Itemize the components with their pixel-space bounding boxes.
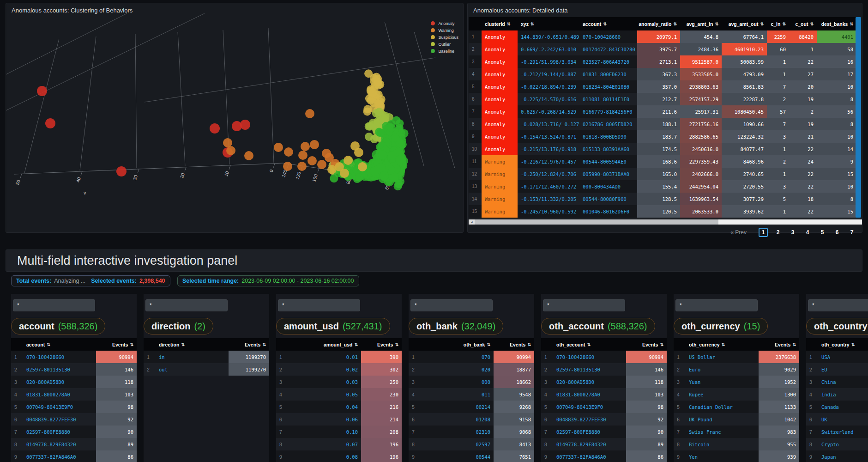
page-button-7[interactable]: 7: [847, 228, 856, 237]
account-link[interactable]: 018234-804E01080: [579, 80, 637, 93]
field-value-link[interactable]: 02310: [421, 426, 494, 438]
field-value-link[interactable]: in: [156, 351, 229, 363]
xyz-cell[interactable]: -0.250/12.824/0.706: [518, 168, 579, 180]
field-value-link[interactable]: 000: [421, 376, 494, 388]
account-link[interactable]: 001046-80162D6F0: [579, 205, 637, 218]
field-value-link[interactable]: 020: [421, 363, 494, 376]
field-value-link[interactable]: 02597-801135130: [553, 363, 626, 376]
field-value-link[interactable]: 007049-80413E9F0: [23, 401, 96, 413]
field-value-link[interactable]: 0077337-82FA846A0: [23, 450, 96, 462]
scatter3d-chart[interactable]: 504030201001401201008060v: [6, 13, 464, 231]
field-title-badge[interactable]: amount_usd(527,431): [276, 318, 390, 334]
horizontal-scroll-thumb[interactable]: [475, 219, 718, 225]
field-value-link[interactable]: 02597: [421, 438, 494, 450]
field-value-link[interactable]: Switzerland: [818, 426, 868, 438]
account-link[interactable]: 015133-80391AA60: [579, 143, 637, 155]
field-title-badge[interactable]: account(588,326): [11, 318, 105, 334]
column-header-dest_banks[interactable]: dest_banks⇅: [817, 17, 856, 30]
account-link[interactable]: 0166779-8184256F0: [579, 105, 637, 118]
field-value-link[interactable]: 0.04: [288, 401, 361, 413]
page-button-2[interactable]: 2: [773, 228, 783, 237]
horizontal-scrollbar[interactable]: ◂: [469, 219, 862, 225]
account-link[interactable]: 023527-806A43720: [579, 55, 637, 68]
field-value-link[interactable]: Canada: [818, 401, 868, 413]
column-header-account[interactable]: account⇅: [23, 338, 96, 351]
field-value-link[interactable]: 070-100428660: [23, 351, 96, 363]
field-value-link[interactable]: UK Pound: [686, 413, 759, 426]
page-button-5[interactable]: 5: [818, 228, 827, 237]
field-value-link[interactable]: 02597-801135130: [23, 363, 96, 376]
account-link[interactable]: 011081-80114E1F0: [579, 93, 637, 105]
field-value-link[interactable]: China: [818, 376, 868, 388]
column-header-events[interactable]: Events⇅: [626, 338, 667, 351]
field-value-link[interactable]: 00544: [421, 450, 494, 462]
column-header-oth_bank[interactable]: oth_bank⇅: [421, 338, 494, 351]
field-value-link[interactable]: Japan: [818, 450, 868, 462]
xyz-cell[interactable]: -0.022/18.894/0.239: [518, 80, 579, 93]
column-header-anomaly_ratio[interactable]: anomaly_ratio⇅: [637, 17, 680, 30]
page-button-1[interactable]: 1: [759, 228, 768, 237]
xyz-cell[interactable]: -0.215/13.176/0.918: [518, 143, 579, 155]
column-header-c_in[interactable]: c_in⇅: [767, 17, 789, 30]
column-header-avg_amt_in[interactable]: avg_amt_in⇅: [680, 17, 722, 30]
field-search-input-oth_account[interactable]: [543, 299, 625, 311]
xyz-cell[interactable]: -0.153/11.332/0.205: [518, 193, 579, 205]
column-header-events[interactable]: Events⇅: [96, 338, 137, 351]
xyz-cell[interactable]: -0.171/12.460/0.272: [518, 180, 579, 193]
column-header-events[interactable]: Events⇅: [361, 338, 402, 351]
field-value-link[interactable]: 011: [421, 388, 494, 401]
account-link[interactable]: 00174472-843C30280: [579, 43, 637, 55]
column-header-oth_account[interactable]: oth_account⇅: [553, 338, 626, 351]
column-header-oth_country[interactable]: oth_country⇅: [818, 338, 868, 351]
account-link[interactable]: 0216786-8005FD820: [579, 118, 637, 130]
column-header-account[interactable]: account⇅: [579, 17, 637, 30]
field-value-link[interactable]: 0.05: [288, 388, 361, 401]
field-value-link[interactable]: 01208: [421, 413, 494, 426]
field-value-link[interactable]: 0149778-829F84320: [23, 438, 96, 450]
scroll-left-arrow-icon[interactable]: ◂: [469, 219, 475, 225]
field-value-link[interactable]: 0.02: [288, 363, 361, 376]
field-value-link[interactable]: 020-800AD58D0: [23, 376, 96, 388]
xyz-cell[interactable]: -0.245/10.960/0.592: [518, 205, 579, 218]
account-link[interactable]: 01831-800ED6230: [579, 68, 637, 80]
field-value-link[interactable]: USA: [818, 351, 868, 363]
field-value-link[interactable]: India: [818, 388, 868, 401]
account-link[interactable]: 070-100428660: [579, 30, 637, 43]
field-search-input-oth_country[interactable]: [808, 299, 868, 311]
field-value-link[interactable]: 007049-80413E9F0: [553, 401, 626, 413]
field-value-link[interactable]: 070: [421, 351, 494, 363]
field-value-link[interactable]: 0048839-8277FEF30: [23, 413, 96, 426]
field-value-link[interactable]: Swiss Franc: [686, 426, 759, 438]
field-value-link[interactable]: 02597-800FE8880: [553, 426, 626, 438]
column-header-c_out[interactable]: c_out⇅: [789, 17, 817, 30]
column-header-direction[interactable]: direction⇅: [156, 338, 229, 351]
field-value-link[interactable]: UK: [818, 413, 868, 426]
legend-item[interactable]: Warning: [431, 27, 458, 34]
legend-item[interactable]: Outlier: [431, 41, 458, 48]
field-value-link[interactable]: 0.06: [288, 413, 361, 426]
field-value-link[interactable]: Canadian Dollar: [686, 401, 759, 413]
field-title-badge[interactable]: oth_bank(32,049): [409, 318, 503, 334]
field-search-input-oth_currency[interactable]: [675, 299, 758, 311]
column-header-oth_currency[interactable]: oth_currency⇅: [686, 338, 759, 351]
xyz-cell[interactable]: -0.212/19.144/0.887: [518, 68, 579, 80]
field-value-link[interactable]: 0048839-8277FEF30: [553, 413, 626, 426]
vertical-scrollbar[interactable]: [856, 17, 861, 218]
account-link[interactable]: 01818-800BD5D90: [579, 130, 637, 143]
page-button-4[interactable]: 4: [803, 228, 812, 237]
xyz-cell[interactable]: -0.154/13.524/0.871: [518, 130, 579, 143]
page-button-6[interactable]: 6: [832, 228, 842, 237]
field-value-link[interactable]: 01831-8000278A0: [553, 388, 626, 401]
xyz-cell[interactable]: 144.839/-0.651/0.489: [518, 30, 579, 43]
field-value-link[interactable]: 00214: [421, 401, 494, 413]
field-value-link[interactable]: Bitcoin: [686, 438, 759, 450]
account-link[interactable]: 005990-80371BAA0: [579, 168, 637, 180]
field-value-link[interactable]: 0.08: [288, 450, 361, 462]
column-header-events[interactable]: Events⇅: [759, 338, 799, 351]
column-header-xyz[interactable]: xyz⇅: [518, 17, 579, 30]
field-value-link[interactable]: Rupee: [686, 388, 759, 401]
xyz-cell[interactable]: -0.291/51.998/3.034: [518, 55, 579, 68]
field-value-link[interactable]: Crypto: [818, 438, 868, 450]
prev-page-button[interactable]: « Prev: [730, 229, 747, 236]
field-value-link[interactable]: 0.03: [288, 376, 361, 388]
